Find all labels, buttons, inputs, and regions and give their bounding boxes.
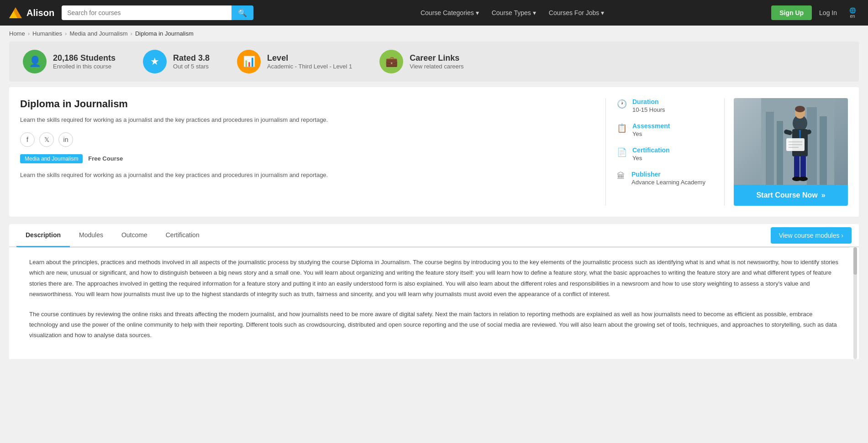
course-desc: Learn the skills required for working as… [20, 115, 594, 125]
tab-outcome[interactable]: Outcome [112, 224, 157, 247]
career-sub: View related careers [410, 63, 463, 70]
category-tag[interactable]: Media and Journalism [20, 154, 83, 163]
nav-actions: Sign Up Log In 🌐 en [771, 5, 861, 21]
description-para2: The course continues by reviewing the on… [29, 309, 839, 341]
svg-point-21 [799, 177, 808, 181]
assessment-label: Assessment [632, 122, 670, 130]
description-scroll-area: Learn about the principles, practices an… [9, 247, 859, 359]
clock-icon: 🕐 [617, 99, 627, 109]
duration-value: 10-15 Hours [632, 106, 665, 113]
nav-links: Course Categories ▾ Course Types ▾ Cours… [261, 5, 764, 20]
students-sub: Enrolled in this course [53, 63, 116, 70]
rating-icon: ★ [143, 50, 167, 73]
linkedin-icon[interactable]: in [58, 132, 73, 147]
career-value: Career Links [410, 53, 463, 63]
course-image-svg [761, 98, 834, 185]
assessment-value: Yes [632, 130, 670, 137]
publisher-value: Advance Learning Academy [631, 179, 705, 186]
students-icon: 👤 [23, 50, 47, 73]
course-left: Diploma in Journalism Learn the skills r… [20, 98, 606, 206]
rating-sub: Out of 5 stars [173, 63, 210, 70]
navbar: Alison 🔍 Course Categories ▾ Course Type… [0, 0, 868, 26]
social-icons: f 𝕏 in [20, 132, 594, 147]
scrollbar-track [853, 247, 857, 359]
stat-level: 📊 Level Academic - Third Level - Level 1 [237, 50, 352, 73]
breadcrumb-sep-2: › [65, 30, 67, 37]
breadcrumb-current: Diploma in Journalism [135, 30, 194, 37]
logo[interactable]: Alison [7, 5, 54, 21]
search-button[interactable]: 🔍 [231, 5, 253, 20]
svg-point-9 [795, 106, 805, 112]
tab-modules[interactable]: Modules [70, 224, 112, 247]
signup-button[interactable]: Sign Up [771, 5, 812, 20]
tabs-section: Description Modules Outcome Certificatio… [9, 224, 859, 247]
course-desc2: Learn the skills required for working as… [20, 171, 594, 180]
publisher-icon: 🏛 [617, 172, 626, 181]
nav-course-categories[interactable]: Course Categories ▾ [415, 5, 484, 20]
assessment-icon: 📋 [617, 123, 627, 133]
career-icon: 💼 [379, 50, 403, 73]
login-button[interactable]: Log In [815, 5, 841, 20]
view-modules-button[interactable]: View course modules › [771, 227, 852, 244]
rating-value: Rated 3.8 [173, 53, 210, 63]
breadcrumb-sep-1: › [28, 30, 30, 37]
svg-rect-19 [800, 156, 806, 178]
stat-career: 💼 Career Links View related careers [379, 50, 463, 73]
level-icon: 📊 [237, 50, 261, 73]
scrollbar-thumb[interactable] [853, 247, 857, 275]
course-title: Diploma in Journalism [20, 98, 594, 110]
certification-label: Certification [632, 146, 670, 154]
chevron-down-icon: ▾ [476, 9, 479, 16]
chevron-right-icon: » [821, 191, 826, 199]
tabs-header: Description Modules Outcome Certificatio… [9, 224, 859, 247]
publisher-label: Publisher [631, 171, 705, 178]
certification-value: Yes [632, 155, 670, 162]
course-right: Start Course Now » [725, 98, 848, 206]
globe-icon: 🌐 [849, 7, 856, 14]
breadcrumb-home[interactable]: Home [9, 30, 25, 37]
breadcrumb: Home › Humanities › Media and Journalism… [0, 26, 868, 42]
description-para1: Learn about the principles, practices an… [29, 257, 839, 300]
certification-icon: 📄 [617, 147, 627, 157]
chevron-down-icon: ▾ [601, 9, 604, 16]
level-sub: Academic - Third Level - Level 1 [267, 63, 352, 70]
logo-text: Alison [26, 8, 54, 18]
start-course-label: Start Course Now [756, 191, 817, 199]
detail-duration: 🕐 Duration 10-15 Hours [617, 98, 713, 113]
nav-courses-for-jobs[interactable]: Courses For Jobs ▾ [543, 5, 610, 20]
duration-label: Duration [632, 98, 665, 105]
free-label: Free Course [88, 155, 123, 162]
svg-rect-5 [807, 107, 817, 185]
tab-certification[interactable]: Certification [157, 224, 209, 247]
students-value: 20,186 Students [53, 53, 116, 63]
breadcrumb-sep-3: › [131, 30, 132, 37]
stats-bar: 👤 20,186 Students Enrolled in this cours… [9, 42, 859, 82]
breadcrumb-media-journalism[interactable]: Media and Journalism [69, 30, 127, 37]
detail-publisher: 🏛 Publisher Advance Learning Academy [617, 171, 713, 186]
detail-assessment: 📋 Assessment Yes [617, 122, 713, 137]
breadcrumb-humanities[interactable]: Humanities [32, 30, 62, 37]
description-content: Learn about the principles, practices an… [18, 247, 850, 359]
tags-row: Media and Journalism Free Course [20, 154, 594, 163]
detail-certification: 📄 Certification Yes [617, 146, 713, 162]
start-course-button[interactable]: Start Course Now » [734, 185, 848, 206]
svg-rect-4 [777, 121, 783, 185]
svg-rect-18 [794, 156, 800, 178]
main-card: Diploma in Journalism Learn the skills r… [9, 87, 859, 217]
course-details: 🕐 Duration 10-15 Hours 📋 Assessment Yes … [606, 98, 725, 206]
chevron-down-icon: ▾ [533, 9, 536, 16]
stat-students: 👤 20,186 Students Enrolled in this cours… [23, 50, 116, 73]
tab-description[interactable]: Description [16, 224, 70, 247]
language-button[interactable]: 🌐 en [844, 5, 861, 21]
course-image [734, 98, 848, 185]
facebook-icon[interactable]: f [20, 132, 35, 147]
twitter-icon[interactable]: 𝕏 [39, 132, 54, 147]
search-container: 🔍 [62, 5, 253, 20]
svg-rect-3 [766, 112, 774, 185]
nav-course-types[interactable]: Course Types ▾ [486, 5, 542, 20]
search-input[interactable] [62, 5, 231, 20]
stat-rating: ★ Rated 3.8 Out of 5 stars [143, 50, 210, 73]
svg-rect-6 [820, 116, 827, 185]
level-value: Level [267, 53, 352, 63]
